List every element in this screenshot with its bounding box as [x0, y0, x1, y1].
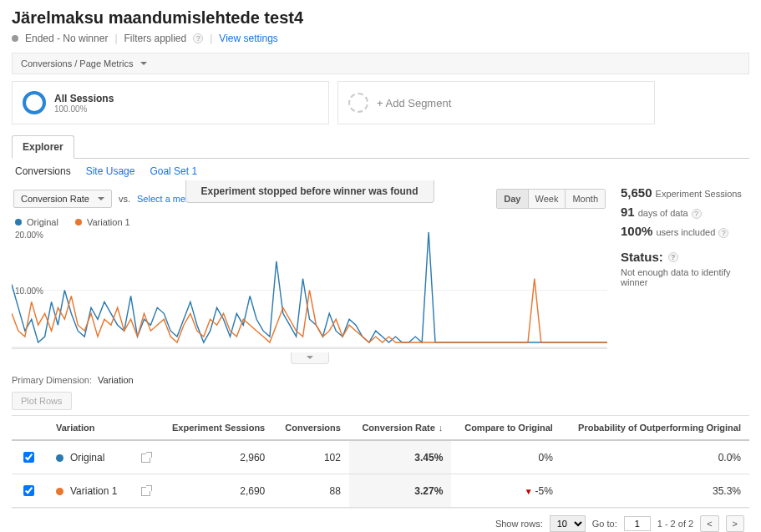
help-icon[interactable]: ? — [193, 33, 203, 43]
time-toggle-day[interactable]: Day — [497, 190, 528, 208]
cell-probability: 35.3% — [561, 474, 749, 508]
help-icon[interactable]: ? — [668, 252, 678, 262]
variation-name: Original — [70, 452, 104, 464]
row-checkbox[interactable] — [23, 452, 34, 463]
table-pager: Show rows: 10 Go to: 1 - 2 of 2 < > — [12, 508, 749, 532]
line-chart[interactable]: 20.00% 10.00% — [12, 232, 607, 349]
chart-legend: Original Variation 1 — [12, 212, 607, 232]
add-segment-button[interactable]: + Add Segment — [337, 81, 655, 124]
cell-conversion-rate: 3.45% — [349, 440, 451, 474]
time-toggle-month[interactable]: Month — [566, 190, 605, 208]
y-axis-label-mid: 10.00% — [15, 286, 43, 295]
status-heading: Status: — [621, 250, 663, 264]
show-rows-select[interactable]: 10 — [550, 515, 586, 532]
status-body: Not enough data to identify winner — [621, 267, 738, 287]
help-icon[interactable]: ? — [692, 209, 702, 219]
help-icon[interactable]: ? — [718, 228, 728, 238]
external-link-icon[interactable] — [141, 453, 150, 463]
metrics-selector-label: Conversions / Page Metrics — [21, 58, 134, 68]
vs-label: vs. — [119, 194, 130, 204]
tab-explorer[interactable]: Explorer — [12, 135, 74, 159]
tabs-bar: Explorer — [12, 134, 749, 159]
go-to-input[interactable] — [624, 516, 651, 531]
th-conversion-rate[interactable]: Conversion Rate — [349, 416, 451, 441]
chart-expander — [12, 352, 607, 367]
cell-compare: 0% — [451, 440, 561, 474]
subtab-goal-set-1[interactable]: Goal Set 1 — [150, 165, 197, 177]
subtab-site-usage[interactable]: Site Usage — [86, 165, 135, 177]
subtab-conversions[interactable]: Conversions — [15, 165, 71, 177]
go-to-label: Go to: — [592, 519, 617, 529]
y-axis-label-top: 20.00% — [15, 231, 43, 240]
experiment-status-line: Ended - No winner | Filters applied ? | … — [12, 33, 749, 44]
th-variation[interactable]: Variation — [48, 416, 129, 441]
pager-range: 1 - 2 of 2 — [657, 519, 693, 529]
stat-users-value: 100% — [621, 224, 652, 238]
expand-chart-button[interactable] — [291, 352, 329, 364]
segment-title: All Sessions — [54, 93, 114, 104]
separator: | — [210, 33, 212, 44]
stat-users-label: users included — [656, 227, 715, 237]
cell-compare: ▼-5% — [451, 474, 561, 508]
segment-subtitle: 100.00% — [54, 104, 114, 114]
plot-rows-button: Plot Rows — [12, 392, 72, 410]
cell-conversions: 102 — [273, 440, 349, 474]
pager-next-button[interactable]: > — [726, 515, 744, 532]
table-row[interactable]: Variation 12,690883.27%▼-5%35.3% — [12, 474, 749, 508]
stat-sessions-label: Experiment Sessions — [656, 189, 742, 199]
primary-metric-label: Conversion Rate — [21, 194, 89, 204]
th-probability[interactable]: Probability of Outperforming Original — [561, 416, 749, 441]
external-link-icon[interactable] — [141, 487, 150, 496]
time-granularity-toggle: Day Week Month — [496, 189, 606, 209]
th-conversions[interactable]: Conversions — [273, 416, 349, 441]
page-title: Järelmaksu maandumislehtede test4 — [12, 8, 749, 28]
add-segment-circle-icon — [348, 93, 368, 113]
legend-original: Original — [15, 217, 58, 227]
series-color-dot — [56, 454, 63, 462]
th-sessions[interactable]: Experiment Sessions — [159, 416, 273, 441]
view-settings-link[interactable]: View settings — [219, 33, 277, 44]
variations-table: Variation Experiment Sessions Conversion… — [12, 415, 749, 508]
cell-conversion-rate: 3.27% — [349, 474, 451, 508]
status-dot-icon — [12, 35, 18, 42]
row-checkbox[interactable] — [23, 485, 34, 496]
time-toggle-week[interactable]: Week — [529, 190, 566, 208]
cell-conversions: 88 — [273, 474, 349, 508]
primary-metric-dropdown[interactable]: Conversion Rate — [13, 190, 112, 208]
segment-all-sessions[interactable]: All Sessions 100.00% — [12, 81, 329, 124]
summary-stats: 5,650 Experiment Sessions 91 days of dat… — [617, 184, 749, 375]
status-ended: Ended - No winner — [25, 33, 108, 44]
experiment-stopped-banner: Experiment stopped before winner was fou… — [185, 180, 434, 203]
table-row[interactable]: Original2,9601023.45%0%0.0% — [12, 440, 749, 474]
show-rows-label: Show rows: — [495, 519, 543, 529]
separator: | — [114, 33, 117, 44]
cell-probability: 0.0% — [561, 440, 749, 474]
down-arrow-icon: ▼ — [525, 487, 533, 496]
cell-sessions: 2,690 — [159, 474, 273, 508]
th-checkbox — [12, 416, 48, 441]
stat-days-label: days of data — [638, 208, 688, 218]
add-segment-label: + Add Segment — [377, 97, 451, 109]
pager-prev-button[interactable]: < — [700, 515, 718, 532]
metrics-selector[interactable]: Conversions / Page Metrics — [12, 53, 749, 74]
series-color-dot — [56, 488, 63, 495]
segment-circle-icon — [23, 91, 46, 114]
stat-sessions-value: 5,650 — [621, 185, 652, 200]
th-compare[interactable]: Compare to Original — [451, 416, 561, 441]
filters-applied-label: Filters applied — [124, 33, 187, 44]
legend-variation1: Variation 1 — [75, 217, 130, 227]
cell-sessions: 2,960 — [159, 440, 273, 474]
primary-dimension-value[interactable]: Variation — [98, 375, 134, 385]
stat-days-value: 91 — [621, 205, 635, 219]
variation-name: Variation 1 — [70, 485, 117, 497]
primary-dimension: Primary Dimension: Variation — [12, 375, 749, 385]
